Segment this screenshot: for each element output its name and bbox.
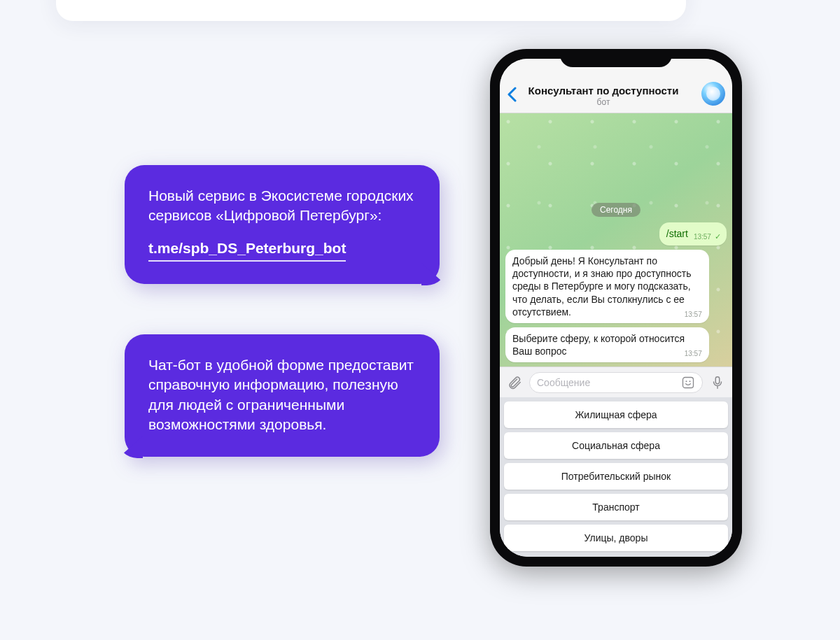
message-time: 13:57 (685, 349, 702, 358)
svg-rect-3 (715, 376, 720, 383)
read-checks-icon: ✓ (713, 232, 721, 241)
option-transport[interactable]: Транспорт (504, 494, 728, 520)
message-time: 13:57 (685, 310, 702, 319)
info-callout-1: Новый сервис в Экосистеме городских серв… (125, 165, 440, 284)
option-housing[interactable]: Жилищная сфера (504, 401, 728, 428)
stickers-icon[interactable] (681, 376, 695, 390)
date-separator: Сегодня (592, 203, 640, 217)
message-text: Выберите сферу, к которой относится Ваш … (512, 333, 685, 357)
callout-1-text: Новый сервис в Экосистеме городских серв… (148, 186, 416, 226)
callout-2-text: Чат-бот в удобной форме предоставит спра… (148, 355, 416, 434)
message-incoming-greeting[interactable]: Добрый день! Я Консультант по доступност… (505, 250, 709, 323)
message-outgoing-start[interactable]: /start 13:57 ✓ (659, 222, 727, 246)
chat-title[interactable]: Консультант по доступности (505, 85, 701, 97)
info-callout-2: Чат-бот в удобной форме предоставит спра… (125, 334, 440, 457)
svg-point-1 (686, 381, 687, 382)
bot-avatar[interactable] (701, 82, 725, 106)
message-input-bar: Сообщение (500, 367, 732, 397)
bot-link[interactable]: t.me/spb_DS_Peterburg_bot (148, 239, 346, 262)
message-text: /start (666, 228, 688, 239)
message-incoming-prompt[interactable]: Выберите сферу, к которой относится Ваш … (505, 327, 709, 362)
message-input-placeholder: Сообщение (537, 377, 590, 388)
phone-screen: Консультант по доступности бот Сегодня /… (500, 59, 732, 557)
phone-notch (560, 49, 672, 67)
attach-icon[interactable] (505, 374, 524, 392)
top-card (56, 0, 686, 21)
microphone-icon[interactable] (708, 374, 727, 392)
phone-frame: Консультант по доступности бот Сегодня /… (490, 49, 742, 567)
svg-rect-0 (683, 377, 694, 387)
option-streets[interactable]: Улицы, дворы (504, 525, 728, 551)
chat-subtitle: бот (505, 97, 701, 107)
message-input[interactable]: Сообщение (529, 372, 703, 393)
option-social[interactable]: Социальная сфера (504, 432, 728, 459)
message-time: 13:57 (694, 233, 711, 241)
reply-keyboard: Жилищная сфера Социальная сфера Потребит… (500, 397, 732, 557)
chat-body[interactable]: Сегодня /start 13:57 ✓ Добрый день! Я Ко… (500, 113, 732, 367)
svg-point-2 (690, 381, 691, 382)
option-market[interactable]: Потребительский рынок (504, 463, 728, 490)
message-text: Добрый день! Я Консультант по доступност… (512, 255, 692, 318)
